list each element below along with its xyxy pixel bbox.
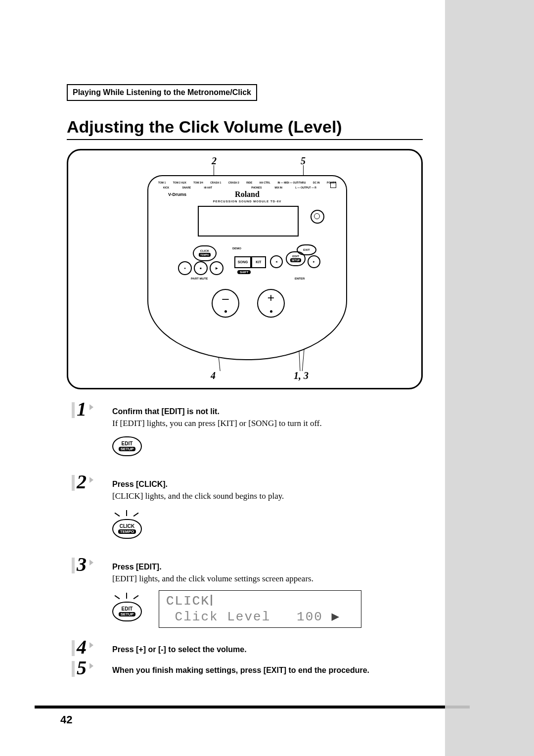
lit-indicator-icon xyxy=(112,509,142,519)
lcd-panel: CLICK Click Level 100 ▶ xyxy=(159,590,361,628)
page-title: Adjusting the Click Volume (Level) xyxy=(67,117,423,137)
step-number: 4 xyxy=(77,635,87,659)
step-5: 5 When you finish making settings, press… xyxy=(77,663,423,675)
step-number: 2 xyxy=(77,470,87,493)
demo-label: DEMO xyxy=(232,247,241,250)
step-body: [EDIT] lights, and the click volume sett… xyxy=(112,573,423,585)
callout-13: 1, 3 xyxy=(294,370,309,381)
step-head: Press [+] or [-] to select the volume. xyxy=(112,642,423,654)
step-1: 1 Confirm that [EDIT] is not lit. If [ED… xyxy=(77,404,423,468)
page-content: Playing While Listening to the Metronome… xyxy=(67,84,423,684)
click-button: CLICK TEMPO xyxy=(193,245,217,261)
click-button-icon: CLICK TEMPO xyxy=(112,519,142,539)
edit-button-icon: EDIT SETUP xyxy=(112,602,142,621)
callout-2: 2 xyxy=(212,155,217,167)
edit-button-icon: EDIT SETUP xyxy=(112,436,142,456)
side-margin-bar xyxy=(445,0,534,756)
footer-rule xyxy=(35,706,445,709)
shift-label: SHIFT xyxy=(237,270,251,274)
play-button: ▶ xyxy=(210,261,223,275)
part-mute-label: PART MUTE xyxy=(191,277,208,280)
stop-button: ■ xyxy=(194,261,208,275)
sound-module-drawing: TOM 1TOM 2 AUX TOM 3/4CRASH 1 CRASH 2RID… xyxy=(147,175,345,358)
exit-button: EXIT xyxy=(297,244,316,255)
power-switch xyxy=(330,182,336,188)
right-arrow-button: ► xyxy=(308,255,320,268)
step-4: 4 Press [+] or [-] to select the volume. xyxy=(77,642,423,654)
lit-indicator-icon xyxy=(112,592,142,602)
left-arrow-button: ◄ xyxy=(270,255,283,268)
device-figure: 2 5 4 1, 3 TOM 1TOM 2 AUX TOM 3/4CRASH 1… xyxy=(67,149,423,389)
callout-4: 4 xyxy=(211,370,216,381)
step-head: Press [EDIT]. xyxy=(112,560,423,571)
lcd-screen xyxy=(198,206,299,236)
model-label: PERCUSSION SOUND MODULE TD-6V xyxy=(148,200,346,203)
step-number: 5 xyxy=(77,656,87,679)
kit-button: KIT xyxy=(251,256,266,268)
step-2: 2 Press [CLICK]. [CLICK] lights, and the… xyxy=(77,477,423,551)
step-head: When you finish making settings, press [… xyxy=(112,663,423,675)
volume-knob xyxy=(311,210,324,224)
step-number: 3 xyxy=(77,553,87,576)
enter-label: ENTER xyxy=(295,277,305,280)
steps-list: 1 Confirm that [EDIT] is not lit. If [ED… xyxy=(77,404,423,675)
module-body: TOM 1TOM 2 AUX TOM 3/4CRASH 1 CRASH 2RID… xyxy=(147,175,347,360)
step-number: 1 xyxy=(77,397,87,421)
lcd-line-1: CLICK xyxy=(166,594,354,609)
rec-button: ● xyxy=(178,261,192,275)
page-number: 42 xyxy=(60,713,72,726)
step-3: 3 Press [EDIT]. [EDIT] lights, and the c… xyxy=(77,560,423,633)
step-body: [CLICK] lights, and the click sound begi… xyxy=(112,491,423,502)
section-tag: Playing While Listening to the Metronome… xyxy=(67,84,257,101)
step-head: Confirm that [EDIT] is not lit. xyxy=(112,404,423,416)
step-body: If [EDIT] lights, you can press [KIT] or… xyxy=(112,418,423,429)
song-button: SONG xyxy=(234,256,251,268)
lcd-line-2: Click Level 100 ▶ xyxy=(166,609,354,624)
title-rule xyxy=(67,139,423,140)
brand-label: Roland xyxy=(148,190,346,199)
minus-button: – xyxy=(212,289,239,318)
step-head: Press [CLICK]. xyxy=(112,477,423,489)
plus-button: + xyxy=(257,289,285,318)
